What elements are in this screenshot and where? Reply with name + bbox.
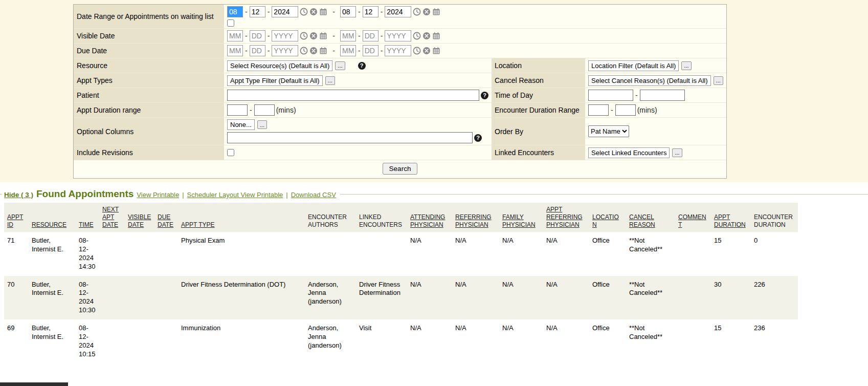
- column-sort-link[interactable]: COMMENT: [675, 203, 711, 232]
- column-sort-link[interactable]: VISIBLE DATE: [125, 203, 154, 232]
- visible-date-start-month-input[interactable]: [227, 30, 243, 41]
- table-cell: Office: [589, 276, 626, 320]
- calendar-icon[interactable]: [319, 32, 327, 40]
- patient-input[interactable]: [227, 90, 479, 101]
- calendar-icon[interactable]: [432, 32, 440, 40]
- column-sort-link[interactable]: ATTENDING PHYSICIAN: [407, 203, 452, 232]
- clear-icon[interactable]: [422, 47, 431, 55]
- clear-icon[interactable]: [309, 47, 318, 55]
- table-cell: 08-12-2024 10:15: [76, 319, 99, 363]
- search-button[interactable]: Search: [383, 163, 418, 175]
- clear-icon[interactable]: [422, 32, 431, 40]
- column-sort-link[interactable]: LOCATION: [589, 203, 626, 232]
- view-printable-link[interactable]: View Printable: [137, 191, 179, 199]
- calendar-icon[interactable]: [432, 8, 440, 16]
- clock-icon[interactable]: [413, 32, 421, 40]
- table-cell: **Not Canceled**: [626, 276, 675, 320]
- column-sort-link[interactable]: FAMILY PHYSICIAN: [499, 203, 543, 232]
- appt-duration-max-input[interactable]: [254, 104, 275, 116]
- cancel-reason-filter-box[interactable]: Select Cancel Reason(s) (Default is All): [588, 75, 711, 86]
- appt-type-picker-button[interactable]: ...: [325, 76, 335, 85]
- encounter-duration-max-input[interactable]: [615, 104, 636, 116]
- due-date-end-day-input[interactable]: [363, 45, 379, 56]
- download-csv-link[interactable]: Download CSV: [291, 191, 336, 199]
- clear-icon[interactable]: [309, 32, 318, 40]
- calendar-icon[interactable]: [319, 8, 327, 16]
- table-cell: **Not Canceled**: [626, 319, 675, 363]
- table-cell: 69: [4, 319, 29, 363]
- date-range-start-month-input[interactable]: [227, 6, 243, 17]
- visible-date-start-year-input[interactable]: [272, 30, 298, 41]
- table-cell: Butler, Internist E.: [29, 319, 76, 363]
- calendar-icon[interactable]: [432, 47, 440, 55]
- column-sort-link[interactable]: APPT TYPE: [178, 203, 305, 232]
- optional-columns-input[interactable]: [227, 132, 473, 143]
- appt-types-inputs: Appt Type Filter (Default is All) ...: [224, 73, 492, 88]
- date-part-separator: -: [380, 32, 384, 40]
- appt-type-filter-box[interactable]: Appt Type Filter (Default is All): [227, 75, 323, 86]
- clock-icon[interactable]: [300, 47, 308, 55]
- due-date-start-day-input[interactable]: [250, 45, 265, 56]
- hide-results-link[interactable]: Hide ( 3 ): [4, 191, 33, 199]
- table-cell: N/A: [452, 319, 499, 363]
- linked-encounters-box[interactable]: Select Linked Encounters: [588, 147, 670, 158]
- clear-icon[interactable]: [309, 8, 318, 16]
- visible-date-end-month-input[interactable]: [340, 30, 356, 41]
- waiting-list-checkbox[interactable]: [227, 19, 234, 27]
- column-sort-link[interactable]: NEXT APT DATE: [99, 203, 125, 232]
- optional-columns-picker-button[interactable]: ...: [257, 120, 267, 129]
- scheduler-layout-printable-link[interactable]: Scheduler Layout View Printable: [187, 191, 283, 199]
- help-icon[interactable]: ?: [358, 62, 366, 70]
- clock-icon[interactable]: [413, 8, 421, 16]
- include-revisions-checkbox[interactable]: [227, 149, 234, 156]
- date-range-end-day-input[interactable]: [363, 6, 379, 17]
- date-part-separator: -: [244, 8, 248, 16]
- clock-icon[interactable]: [300, 32, 308, 40]
- clear-icon[interactable]: [422, 8, 431, 16]
- location-picker-button[interactable]: ...: [681, 61, 691, 70]
- column-sort-link[interactable]: REFERRING PHYSICIAN: [452, 203, 499, 232]
- due-date-end-month-input[interactable]: [340, 45, 356, 56]
- search-row: Search: [74, 160, 726, 178]
- appt-duration-label: Appt Duration range: [74, 103, 224, 117]
- date-range-end-year-input[interactable]: [385, 6, 411, 17]
- form-row-revisions-linked: Include Revisions Linked Encounters Sele…: [74, 145, 726, 160]
- visible-date-end-year-input[interactable]: [385, 30, 411, 41]
- date-part-separator: -: [380, 8, 384, 16]
- optional-columns-box[interactable]: None...: [227, 119, 255, 130]
- resource-filter-box[interactable]: Select Resource(s) (Default is All): [227, 60, 332, 71]
- location-filter-box[interactable]: Location Filter (Default is All): [588, 60, 679, 71]
- due-date-start-year-input[interactable]: [272, 45, 298, 56]
- appt-duration-min-input[interactable]: [227, 104, 248, 116]
- column-sort-link[interactable]: APPT REFERRING PHYSICIAN: [543, 203, 589, 232]
- resource-picker-button[interactable]: ...: [335, 61, 345, 70]
- resource-inputs: Select Resource(s) (Default is All) ... …: [224, 58, 492, 73]
- column-sort-link[interactable]: RESOURCE: [29, 203, 76, 232]
- due-date-end-year-input[interactable]: [385, 45, 411, 56]
- column-header: ENCOUNTER AUTHORS: [305, 203, 356, 232]
- time-of-day-end-input[interactable]: [640, 90, 685, 101]
- column-sort-link[interactable]: CANCEL REASON: [626, 203, 675, 232]
- table-cell: [154, 232, 178, 276]
- help-icon[interactable]: ?: [481, 92, 488, 99]
- cancel-reason-picker-button[interactable]: ...: [714, 76, 723, 85]
- date-range-end-month-input[interactable]: [340, 6, 356, 17]
- time-of-day-start-input[interactable]: [588, 90, 633, 101]
- date-range-start-year-input[interactable]: [272, 6, 298, 17]
- column-sort-link[interactable]: TIME: [76, 203, 99, 232]
- clock-icon[interactable]: [413, 47, 421, 55]
- visible-date-start-day-input[interactable]: [250, 30, 265, 41]
- encounter-duration-min-input[interactable]: [588, 104, 609, 116]
- column-sort-link[interactable]: DUE DATE: [154, 203, 178, 232]
- calendar-icon[interactable]: [319, 47, 327, 55]
- column-sort-link[interactable]: APPT ID: [4, 203, 29, 232]
- linked-encounters-picker-button[interactable]: ...: [672, 148, 682, 157]
- help-icon[interactable]: ?: [474, 134, 482, 142]
- visible-date-end-day-input[interactable]: [363, 30, 379, 41]
- date-range-start-day-input[interactable]: [250, 6, 265, 17]
- order-by-select[interactable]: Pat Name: [588, 125, 629, 137]
- due-date-start-month-input[interactable]: [227, 45, 243, 56]
- due-date-label: Due Date: [74, 44, 224, 58]
- column-sort-link[interactable]: APPT DURATION: [711, 203, 751, 232]
- clock-icon[interactable]: [300, 8, 308, 16]
